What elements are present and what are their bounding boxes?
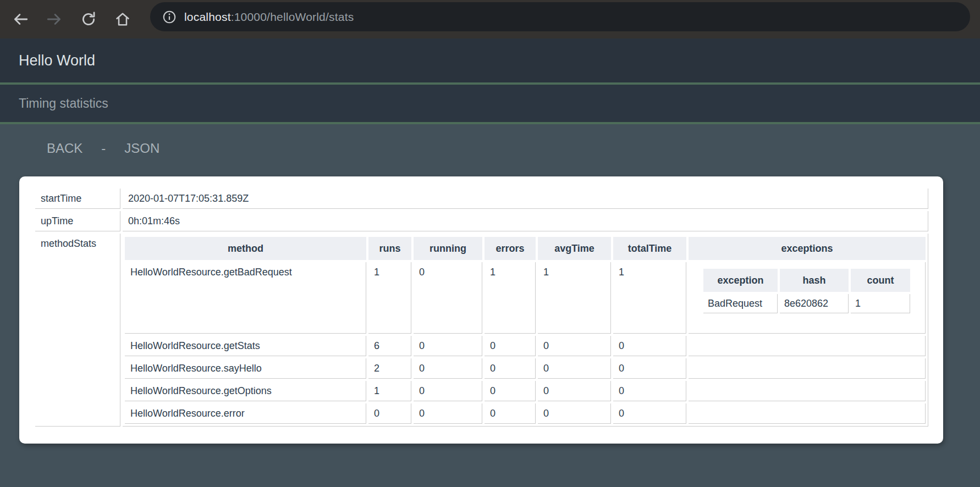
- runs-cell: 0: [368, 403, 411, 424]
- reload-icon[interactable]: [78, 9, 99, 30]
- hash-cell: 8e620862: [780, 294, 849, 313]
- runs-cell: 2: [368, 358, 411, 379]
- runs-cell: 1: [368, 381, 411, 401]
- header-row: exceptionhashcount: [703, 269, 910, 292]
- method-cell: HelloWorldResource.getStats: [125, 336, 366, 356]
- method-cell: HelloWorldResource.error: [125, 403, 366, 424]
- totalTime-cell: 0: [613, 358, 686, 379]
- exception-row: BadRequest8e6208621: [703, 294, 910, 313]
- errors-column-header: errors: [485, 237, 536, 260]
- errors-cell: 0: [485, 381, 536, 401]
- stats-panel: startTime 2020-01-07T17:05:31.859Z upTim…: [19, 176, 943, 444]
- runs-cell: 6: [368, 336, 411, 356]
- uptime-label: upTime: [35, 211, 120, 231]
- url-host: localhost: [184, 10, 231, 23]
- method-cell: HelloWorldResource.getOptions: [125, 381, 366, 401]
- method-stats-table: methodrunsrunningerrorsavgTimetotalTimee…: [123, 235, 928, 426]
- table-row: methodStats methodrunsrunningerrorsavgTi…: [35, 234, 928, 427]
- avgTime-cell: 0: [538, 381, 611, 401]
- exceptions-cell: [689, 403, 926, 424]
- table-row: upTime 0h:01m:46s: [35, 211, 928, 231]
- totalTime-cell: 0: [613, 336, 686, 356]
- browser-nav-icons: [10, 0, 133, 38]
- avgTime-cell: 1: [538, 262, 611, 334]
- table-row: startTime 2020-01-07T17:05:31.859Z: [35, 189, 928, 209]
- running-cell: 0: [414, 262, 482, 334]
- runs-column-header: runs: [368, 237, 411, 260]
- exceptions-cell: [689, 381, 926, 401]
- methodstats-cell: methodrunsrunningerrorsavgTimetotalTimee…: [123, 234, 928, 427]
- url-path: :10000/helloWorld/stats: [231, 10, 354, 23]
- method-row: HelloWorldResource.getOptions10000: [125, 381, 926, 401]
- runs-cell: 1: [368, 262, 411, 334]
- stats-table: startTime 2020-01-07T17:05:31.859Z upTim…: [33, 186, 931, 429]
- header-row: methodrunsrunningerrorsavgTimetotalTimee…: [125, 237, 926, 260]
- errors-cell: 1: [485, 262, 536, 334]
- totalTime-cell: 0: [613, 381, 686, 401]
- running-cell: 0: [414, 358, 482, 379]
- methodstats-label: methodStats: [35, 234, 120, 427]
- browser-toolbar: localhost:10000/helloWorld/stats: [0, 0, 980, 38]
- sub-header: Timing statistics: [0, 85, 980, 122]
- hash-column-header: hash: [780, 269, 849, 292]
- exception-cell: BadRequest: [703, 294, 778, 313]
- count-cell: 1: [851, 294, 910, 313]
- app-header: Hello World: [0, 38, 980, 82]
- running-cell: 0: [414, 403, 482, 424]
- link-separator: -: [101, 141, 106, 156]
- uptime-value: 0h:01m:46s: [123, 211, 928, 231]
- running-column-header: running: [414, 237, 482, 260]
- avgTime-cell: 0: [538, 358, 611, 379]
- back-icon[interactable]: [10, 9, 31, 30]
- method-row: HelloWorldResource.sayHello20000: [125, 358, 926, 379]
- totalTime-cell: 0: [613, 403, 686, 424]
- exception-column-header: exception: [703, 269, 778, 292]
- subtitle: Timing statistics: [19, 96, 108, 111]
- avgTime-cell: 0: [538, 336, 611, 356]
- exceptions-column-header: exceptions: [689, 237, 926, 260]
- address-bar[interactable]: localhost:10000/helloWorld/stats: [150, 2, 970, 31]
- method-cell: HelloWorldResource.getBadRequest: [125, 262, 366, 334]
- info-icon[interactable]: [162, 10, 177, 24]
- exceptions-table: exceptionhashcountBadRequest8e6208621: [701, 267, 912, 316]
- avgTime-column-header: avgTime: [538, 237, 611, 260]
- back-link[interactable]: BACK: [47, 141, 82, 156]
- json-link[interactable]: JSON: [124, 141, 159, 156]
- home-icon[interactable]: [112, 9, 133, 30]
- exceptions-cell: [689, 336, 926, 356]
- errors-cell: 0: [485, 336, 536, 356]
- errors-cell: 0: [485, 358, 536, 379]
- count-column-header: count: [851, 269, 910, 292]
- avgTime-cell: 0: [538, 403, 611, 424]
- running-cell: 0: [414, 381, 482, 401]
- method-row: HelloWorldResource.getStats60000: [125, 336, 926, 356]
- starttime-label: startTime: [35, 189, 120, 209]
- running-cell: 0: [414, 336, 482, 356]
- page-title: Hello World: [19, 52, 95, 69]
- totalTime-column-header: totalTime: [613, 237, 686, 260]
- method-column-header: method: [125, 237, 366, 260]
- exceptions-cell: exceptionhashcountBadRequest8e6208621: [689, 262, 926, 334]
- method-row: HelloWorldResource.error00000: [125, 403, 926, 424]
- errors-cell: 0: [485, 403, 536, 424]
- exceptions-cell: [689, 358, 926, 379]
- method-cell: HelloWorldResource.sayHello: [125, 358, 366, 379]
- nav-links: BACK-JSON: [0, 124, 980, 156]
- totalTime-cell: 1: [613, 262, 686, 334]
- method-row: HelloWorldResource.getBadRequest10111exc…: [125, 262, 926, 334]
- forward-icon[interactable]: [44, 9, 65, 30]
- url-text[interactable]: localhost:10000/helloWorld/stats: [184, 10, 354, 24]
- starttime-value: 2020-01-07T17:05:31.859Z: [123, 189, 928, 209]
